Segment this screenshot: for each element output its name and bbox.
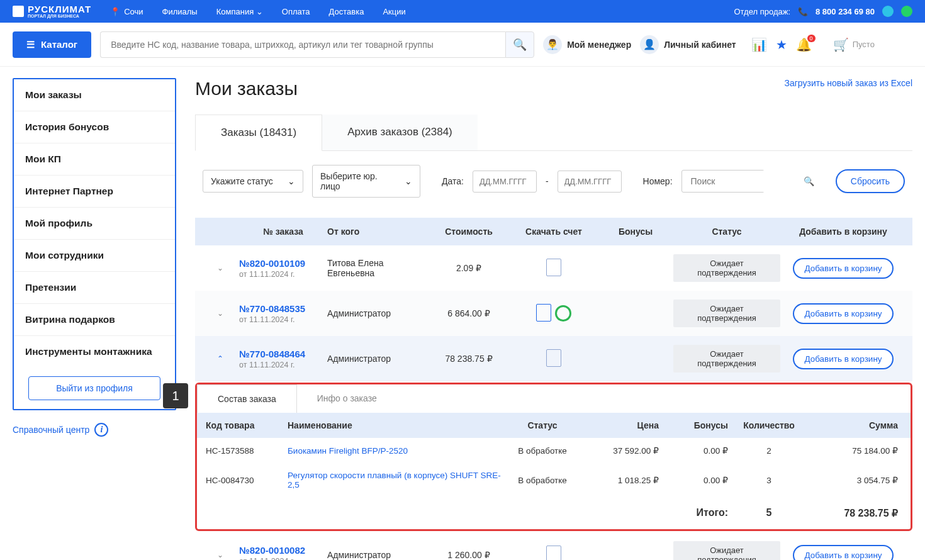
cart-icon: 🛒 — [833, 37, 849, 52]
invoice-icon[interactable] — [536, 304, 551, 322]
detail-table-head: Код товара Наименование Статус Цена Бону… — [197, 413, 911, 438]
annotation-marker: 1 — [163, 383, 188, 408]
sidebar: Мои заказы История бонусов Мои КП Интерн… — [13, 78, 176, 410]
detail-tab-content[interactable]: Состав заказа — [197, 384, 297, 413]
dcol-code: Код товара — [206, 420, 288, 430]
collapse-toggle[interactable]: ⌃ — [201, 354, 239, 363]
chevron-down-icon: ⌄ — [405, 176, 412, 186]
sidebar-item-bonus-history[interactable]: История бонусов — [14, 111, 175, 143]
col-number: № заказа — [239, 227, 327, 237]
detail-tab-info[interactable]: Инфо о заказе — [297, 384, 397, 413]
user-avatar-icon: 👤 — [640, 35, 659, 54]
dcol-qty: Количество — [728, 420, 810, 430]
item-code: НС-0084730 — [206, 476, 288, 485]
detail-total-row: Итого: 5 78 238.75 ₽ — [197, 497, 911, 529]
order-date: от 11.11.2024 г. — [239, 270, 327, 279]
order-number-link[interactable]: №820-0010109 — [239, 258, 327, 269]
chevron-down-icon: ⌄ — [256, 7, 263, 16]
sidebar-item-employees[interactable]: Мои сотрудники — [14, 240, 175, 272]
order-row: ⌄ №770-0848535от 11.11.2024 г. Администр… — [195, 291, 912, 336]
catalog-button[interactable]: ☰ Каталог — [13, 31, 91, 58]
add-to-cart-button[interactable]: Добавить в корзину — [793, 303, 893, 324]
favorites-icon[interactable]: ★ — [776, 37, 787, 52]
cart-label: Пусто — [853, 40, 875, 49]
sidebar-item-gifts[interactable]: Витрина подарков — [14, 304, 175, 336]
nav-delivery[interactable]: Доставка — [329, 7, 364, 16]
dcol-bonus: Бонусы — [659, 420, 728, 430]
date-label: Дата: — [442, 176, 464, 186]
status-select[interactable]: Укажите статус⌄ — [203, 170, 303, 193]
sidebar-item-orders[interactable]: Мои заказы — [14, 79, 175, 111]
legal-select[interactable]: Выберите юр. лицо⌄ — [312, 165, 420, 198]
nav-company[interactable]: Компания ⌄ — [216, 7, 263, 16]
invoice-icon[interactable] — [546, 349, 561, 367]
search-icon[interactable]: 🔍 — [804, 176, 814, 186]
col-cost: Стоимость — [428, 227, 510, 237]
whatsapp-icon[interactable] — [901, 6, 912, 17]
item-price: 1 018.25 ₽ — [583, 475, 659, 485]
reset-button[interactable]: Сбросить — [836, 169, 905, 193]
add-to-cart-button[interactable]: Добавить в корзину — [793, 545, 893, 561]
order-date: от 11.11.2024 г. — [239, 361, 327, 369]
order-number-link[interactable]: №820-0010082 — [239, 545, 327, 556]
total-label: Итого: — [659, 507, 728, 519]
search-icon: 🔍 — [513, 38, 527, 51]
order-row: ⌄ №820-0010082от 11.11.2024 г. Администр… — [195, 532, 912, 560]
stats-icon[interactable]: 📊 — [751, 37, 767, 52]
expand-toggle[interactable]: ⌄ — [201, 551, 239, 559]
sidebar-item-partner[interactable]: Интернет Партнер — [14, 176, 175, 208]
city-selector[interactable]: Сочи — [124, 7, 143, 16]
item-qty: 2 — [728, 446, 810, 456]
col-status: Статус — [673, 227, 780, 237]
top-contacts: Отдел продаж: 📞 8 800 234 69 80 — [734, 6, 912, 17]
telegram-icon[interactable] — [882, 6, 894, 17]
nav-promo[interactable]: Акции — [383, 7, 405, 16]
help-center-link[interactable]: Справочный центр i — [13, 423, 176, 437]
nav-branches[interactable]: Филиалы — [162, 7, 198, 16]
logo[interactable]: ◧ РУСКЛИМАТ ПОРТАЛ ДЛЯ БИЗНЕСА — [13, 4, 91, 18]
phone-number[interactable]: 8 800 234 69 80 — [816, 7, 875, 16]
account-link[interactable]: 👤 Личный кабинет — [640, 35, 736, 54]
order-cost: 1 260.00 ₽ — [428, 550, 510, 560]
order-row: ⌃ №770-0848464от 11.11.2024 г. Администр… — [195, 336, 912, 381]
order-number-link[interactable]: №770-0848535 — [239, 303, 327, 314]
add-to-cart-button[interactable]: Добавить в корзину — [793, 258, 893, 279]
content: Мои заказы Загрузить новый заказ из Exce… — [195, 78, 912, 560]
search-button[interactable]: 🔍 — [505, 31, 534, 58]
order-number-link[interactable]: №770-0848464 — [239, 349, 327, 359]
date-from-input[interactable] — [473, 171, 537, 193]
sidebar-item-claims[interactable]: Претензии — [14, 272, 175, 304]
item-name-link[interactable]: Регулятор скорости плавный (в корпусе) S… — [288, 471, 502, 490]
item-name-link[interactable]: Биокамин Firelight BFP/P-2520 — [288, 446, 502, 456]
search-input[interactable] — [100, 31, 505, 58]
upload-excel-link[interactable]: Загрузить новый заказ из Excel — [785, 78, 912, 88]
brand-name: РУСКЛИМАТ — [28, 4, 91, 14]
expand-toggle[interactable]: ⌄ — [201, 309, 239, 318]
logout-button[interactable]: Выйти из профиля — [28, 376, 160, 400]
expand-toggle[interactable]: ⌄ — [201, 264, 239, 272]
sidebar-item-my-kp[interactable]: Мои КП — [14, 143, 175, 176]
catalog-label: Каталог — [41, 39, 77, 50]
notif-badge: 0 — [807, 35, 816, 42]
nav-payment[interactable]: Оплата — [282, 7, 310, 16]
item-status: В обработке — [502, 476, 583, 485]
add-to-cart-button[interactable]: Добавить в корзину — [793, 349, 893, 369]
manager-label: Мой менеджер — [567, 40, 631, 50]
my-manager[interactable]: 👨‍💼 Мой менеджер — [543, 35, 631, 54]
tab-orders[interactable]: Заказы (18431) — [195, 115, 322, 151]
page-title: Мои заказы — [195, 78, 298, 99]
sidebar-item-profile[interactable]: Мой профиль — [14, 208, 175, 240]
detail-tabs: Состав заказа Инфо о заказе — [197, 384, 911, 413]
sidebar-item-tools[interactable]: Инструменты монтажника — [14, 336, 175, 367]
item-qty: 3 — [728, 476, 810, 485]
date-to-input[interactable] — [558, 171, 622, 193]
number-input[interactable] — [688, 171, 804, 192]
invoice-icon[interactable] — [546, 546, 561, 561]
invoice-icon[interactable] — [546, 259, 561, 276]
tab-archive[interactable]: Архив заказов (2384) — [322, 115, 478, 150]
cart[interactable]: 🛒 Пусто — [833, 37, 875, 52]
order-status: Ожидает подтверждения — [673, 300, 780, 327]
sber-icon[interactable] — [555, 305, 571, 322]
chevron-down-icon: ⌄ — [288, 176, 295, 186]
notifications-icon[interactable]: 🔔0 — [796, 37, 812, 52]
